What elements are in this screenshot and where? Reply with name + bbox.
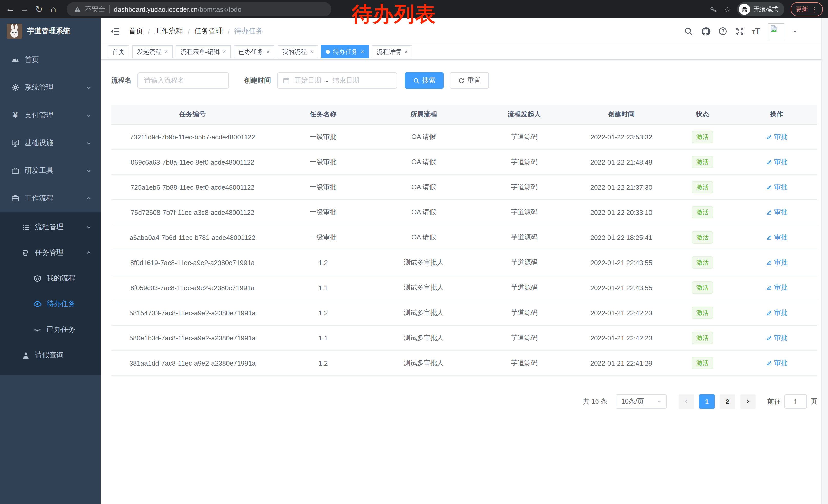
github-icon[interactable] (701, 27, 710, 36)
tab-my-process[interactable]: 我的流程× (278, 45, 318, 58)
task-id-cell: 069c6a63-7b8a-11ec-8ef0-acde48001122 (111, 149, 274, 175)
create-time-cell: 2022-01-22 20:33:10 (574, 200, 669, 225)
screen: ← → ↻ ⌂ 不安全 dashboard.yudao.iocoder.cn/b… (0, 0, 828, 504)
tab-form-edit[interactable]: 流程表单-编辑× (176, 45, 231, 58)
eye-closed-icon (33, 325, 42, 334)
col-status: 状态 (669, 104, 736, 124)
tab-todo-tasks[interactable]: 待办任务× (321, 45, 369, 58)
tags-view: 首页 发起流程× 流程表单-编辑× 已办任务× 我的流程× 待办任务× 流程详情… (100, 44, 828, 60)
sidebar-item-home[interactable]: 首页 (0, 46, 100, 74)
chevron-down-icon (656, 398, 662, 405)
breadcrumb-task-mgmt[interactable]: 任务管理 (195, 27, 223, 36)
chevron-up-icon (85, 249, 92, 256)
tab-done-tasks[interactable]: 已办任务× (234, 45, 275, 58)
scrollbar[interactable] (821, 18, 828, 504)
task-name-cell: 一级审批 (274, 200, 372, 225)
help-icon[interactable] (718, 27, 728, 36)
approve-link[interactable]: 审批 (766, 208, 787, 217)
prev-page-button[interactable] (679, 394, 694, 409)
date-range-picker[interactable]: 开始日期 - 结束日期 (277, 72, 397, 89)
address-bar[interactable]: 不安全 dashboard.yudao.iocoder.cn/bpm/task/… (67, 2, 331, 16)
browser-back-icon[interactable]: ← (3, 4, 17, 14)
close-icon[interactable]: × (266, 49, 270, 55)
create-time-cell: 2022-01-22 21:37:30 (574, 175, 669, 200)
approve-link[interactable]: 审批 (766, 183, 787, 192)
edit-icon (766, 134, 772, 140)
approve-link[interactable]: 审批 (766, 157, 787, 167)
process-name-label: 流程名 (111, 76, 131, 85)
browser-home-icon[interactable]: ⌂ (46, 4, 60, 15)
browser-forward-icon[interactable]: → (17, 4, 32, 14)
calendar-icon (283, 77, 290, 84)
sidebar-item-label: 研发工具 (25, 166, 53, 175)
tab-process-detail[interactable]: 流程详情× (372, 45, 412, 58)
sidebar-item-task-mgmt[interactable]: 任务管理 (0, 240, 100, 266)
close-icon[interactable]: × (223, 49, 226, 55)
close-icon[interactable]: × (165, 49, 168, 55)
sidebar-item-my-process[interactable]: 我的流程 (0, 266, 100, 291)
goto-page-input[interactable] (784, 394, 807, 409)
close-icon[interactable]: × (361, 49, 364, 55)
sidebar-item-label: 系统管理 (25, 83, 53, 92)
pagination-total: 共 16 条 (583, 397, 608, 406)
sidebar-item-system[interactable]: 系统管理 (0, 74, 100, 101)
browser-update-button[interactable]: 更新 ⋮ (791, 2, 823, 16)
monitor-icon (11, 138, 20, 148)
starter-cell: 芋道源码 (475, 275, 574, 300)
sidebar-item-payment[interactable]: ¥ 支付管理 (0, 101, 100, 129)
breadcrumb-home[interactable]: 首页 (129, 27, 143, 36)
browser-menu-icon[interactable]: ⋮ (811, 5, 818, 13)
task-id-cell: a6aba0a4-7b6d-11ec-b781-acde48001122 (111, 225, 274, 250)
sidebar-item-devtools[interactable]: 研发工具 (0, 157, 100, 185)
sidebar-collapse-icon[interactable] (110, 26, 120, 36)
browser-reload-icon[interactable]: ↻ (32, 4, 46, 15)
close-icon[interactable]: × (404, 49, 408, 55)
col-create-time: 创建时间 (574, 104, 669, 124)
key-icon[interactable] (709, 5, 717, 13)
approve-label: 审批 (774, 333, 787, 342)
task-name-cell: 1.1 (274, 325, 372, 351)
sidebar-item-workflow[interactable]: 工作流程 (0, 185, 100, 212)
starter-cell: 芋道源码 (475, 250, 574, 275)
sidebar-item-todo-tasks[interactable]: 待办任务 (0, 291, 100, 317)
tab-start-process[interactable]: 发起流程× (132, 45, 173, 58)
sidebar-item-infra[interactable]: 基础设施 (0, 129, 100, 157)
avatar[interactable] (768, 23, 784, 40)
fullscreen-icon[interactable] (735, 27, 744, 36)
approve-link[interactable]: 审批 (766, 258, 787, 267)
approve-link[interactable]: 审批 (766, 358, 787, 368)
page-button-2[interactable]: 2 (720, 394, 735, 409)
breadcrumb-workflow[interactable]: 工作流程 (155, 27, 183, 36)
page-size-select[interactable]: 10条/页 (616, 394, 667, 409)
reset-button[interactable]: 重置 (450, 72, 489, 89)
page-button-1[interactable]: 1 (699, 394, 715, 409)
approve-link[interactable]: 审批 (766, 333, 787, 342)
chevron-down-icon (85, 224, 92, 231)
workflow-submenu: 流程管理 任务管理 我的流程 待办任务 已办 (0, 212, 100, 375)
create-time-cell: 2022-01-22 18:25:41 (574, 225, 669, 250)
range-separator: - (326, 77, 328, 84)
search-button[interactable]: 搜索 (405, 72, 444, 89)
search-icon[interactable] (684, 27, 693, 36)
approve-label: 审批 (774, 132, 787, 141)
task-name-cell: 1.2 (274, 250, 372, 275)
chevron-left-icon (683, 398, 690, 405)
refresh-icon (458, 77, 465, 84)
sidebar-item-leave-query[interactable]: 请假查询 (0, 342, 100, 368)
sidebar-item-done-tasks[interactable]: 已办任务 (0, 317, 100, 342)
close-icon[interactable]: × (310, 49, 314, 55)
approve-link[interactable]: 审批 (766, 283, 787, 292)
caret-down-icon[interactable] (792, 28, 798, 34)
task-id-cell: 381aa1dd-7ac8-11ec-a9e2-a2380e71991a (111, 351, 274, 375)
bookmark-star-icon[interactable]: ☆ (723, 4, 731, 14)
incognito-icon (739, 4, 750, 15)
approve-link[interactable]: 审批 (766, 132, 787, 141)
approve-link[interactable]: 审批 (766, 308, 787, 317)
next-page-button[interactable] (740, 394, 756, 409)
approve-link[interactable]: 审批 (766, 233, 787, 242)
tab-home[interactable]: 首页 (108, 45, 129, 58)
process-name-input[interactable]: 请输入流程名 (137, 72, 229, 89)
process-cell: OA 请假 (372, 225, 475, 250)
sidebar-item-process-mgmt[interactable]: 流程管理 (0, 214, 100, 240)
font-size-icon[interactable]: TT (752, 27, 760, 36)
